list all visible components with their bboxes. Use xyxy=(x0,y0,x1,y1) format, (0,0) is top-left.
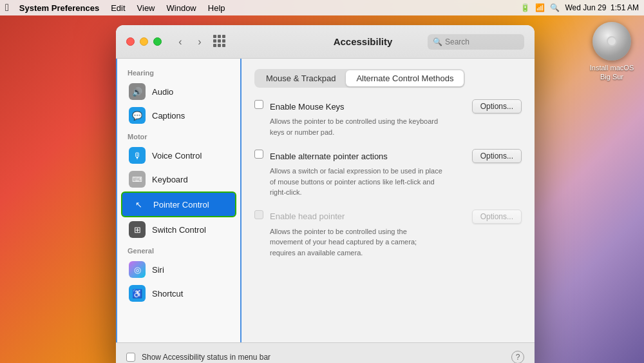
sidebar: Hearing 🔊 Audio 💬 Captions Motor 🎙 Voice… xyxy=(116,59,242,342)
sidebar-item-audio[interactable]: 🔊 Audio xyxy=(121,80,236,103)
menubar-view[interactable]: View xyxy=(132,2,160,14)
help-button[interactable]: ? xyxy=(511,351,524,364)
grid-dot xyxy=(222,35,225,38)
option-title-alternate-pointer: Enable alternate pointer actions xyxy=(270,152,388,161)
sidebar-item-label: Switch Control xyxy=(152,225,206,235)
menubar-right: 🔋 📶 🔍 Wed Jun 29 1:51 AM xyxy=(520,3,639,12)
option-title-mouse-keys: Enable Mouse Keys xyxy=(270,102,345,112)
grid-dot xyxy=(213,39,216,43)
menubar-window[interactable]: Window xyxy=(162,2,202,14)
sidebar-item-label: Captions xyxy=(152,111,185,121)
grid-dot xyxy=(213,35,216,38)
section-label-motor: Motor xyxy=(117,128,240,143)
sidebar-item-voicecontrol[interactable]: 🎙 Voice Control xyxy=(121,144,236,167)
menubar-help[interactable]: Help xyxy=(203,2,231,14)
option-row-mouse-keys: Enable Mouse Keys Options... Allows the … xyxy=(254,99,522,137)
menubar:  System Preferences Edit View Window He… xyxy=(0,0,644,15)
options-button-mouse-keys[interactable]: Options... xyxy=(472,99,522,113)
shortcut-icon: ♿ xyxy=(129,285,146,302)
grid-dot xyxy=(213,44,216,47)
menubar-wifi-icon: 📶 xyxy=(535,3,545,12)
option-title-row: Enable head pointer Options... xyxy=(270,210,522,224)
sidebar-item-siri[interactable]: ◎ Siri xyxy=(121,258,236,281)
option-row-head-pointer: Enable head pointer Options... Allows th… xyxy=(254,210,522,259)
sidebar-item-captions[interactable]: 💬 Captions xyxy=(121,104,236,127)
option-content-alternate-pointer: Enable alternate pointer actions Options… xyxy=(270,149,522,198)
section-label-hearing: Hearing xyxy=(117,64,240,79)
sidebar-item-label: Shortcut xyxy=(152,289,183,299)
search-icon: 🔍 xyxy=(433,37,442,46)
tab-mouse-trackpad[interactable]: Mouse & Trackpad xyxy=(256,70,346,86)
pointer-icon: ↖ xyxy=(130,196,147,213)
main-content: Mouse & Trackpad Alternate Control Metho… xyxy=(242,59,535,342)
dvd-label: Install macOS Big Sur xyxy=(586,63,638,82)
checkbox-head-pointer[interactable] xyxy=(254,210,263,219)
checkbox-alternate-pointer[interactable] xyxy=(254,150,263,159)
accessibility-window: ‹ › Accessibility 🔍 xyxy=(116,25,535,363)
forward-button[interactable]: › xyxy=(191,35,208,48)
traffic-lights xyxy=(126,37,162,46)
section-label-general: General xyxy=(117,242,240,257)
option-content-mouse-keys: Enable Mouse Keys Options... Allows the … xyxy=(270,99,522,137)
switchcontrol-icon: ⊞ xyxy=(129,221,146,238)
sidebar-item-keyboard[interactable]: ⌨ Keyboard xyxy=(121,168,236,191)
search-input[interactable] xyxy=(445,37,519,46)
desktop: Install macOS Big Sur ‹ › xyxy=(0,15,644,363)
sidebar-item-shortcut[interactable]: ♿ Shortcut xyxy=(121,282,236,305)
options-button-alternate-pointer[interactable]: Options... xyxy=(472,149,522,163)
tab-bar: Mouse & Trackpad Alternate Control Metho… xyxy=(254,69,465,88)
option-content-head-pointer: Enable head pointer Options... Allows th… xyxy=(270,210,522,259)
sidebar-item-label: Pointer Control xyxy=(153,200,209,210)
menubar-system-preferences[interactable]: System Preferences xyxy=(14,2,104,14)
option-desc-alternate-pointer: Allows a switch or facial expression to … xyxy=(270,166,522,198)
keyboard-icon: ⌨ xyxy=(129,171,146,188)
titlebar: ‹ › Accessibility 🔍 xyxy=(116,25,535,59)
sidebar-item-label: Voice Control xyxy=(152,151,202,161)
sidebar-item-pointercontrol[interactable]: ↖ Pointer Control xyxy=(121,191,236,217)
option-desc-head-pointer: Allows the pointer to be controlled usin… xyxy=(270,226,522,259)
checkbox-mouse-keys[interactable] xyxy=(254,100,263,109)
footer-label: Show Accessibility status in menu bar xyxy=(142,353,505,362)
audio-icon: 🔊 xyxy=(129,83,146,100)
grid-dot xyxy=(218,44,221,47)
grid-dot xyxy=(218,39,221,43)
menubar-search-icon[interactable]: 🔍 xyxy=(550,3,560,12)
menubar-date-time: Wed Jun 29 1:51 AM xyxy=(565,3,639,12)
option-title-row: Enable Mouse Keys Options... xyxy=(270,99,522,113)
menubar-battery-icon: 🔋 xyxy=(520,3,530,12)
dvd-disc-image xyxy=(592,22,631,61)
menubar-edit[interactable]: Edit xyxy=(106,2,130,14)
footer-checkbox[interactable] xyxy=(126,353,135,362)
siri-icon: ◎ xyxy=(129,261,146,278)
apple-menu[interactable]:  xyxy=(5,2,9,14)
sidebar-item-label: Audio xyxy=(152,87,173,97)
back-button[interactable]: ‹ xyxy=(172,35,189,48)
option-desc-mouse-keys: Allows the pointer to be controlled usin… xyxy=(270,116,522,137)
close-button[interactable] xyxy=(126,37,135,46)
options-button-head-pointer: Options... xyxy=(472,210,522,224)
sidebar-item-label: Siri xyxy=(152,265,164,275)
grid-dot xyxy=(222,39,225,43)
nav-buttons: ‹ › xyxy=(172,35,208,48)
tab-alternate-control[interactable]: Alternate Control Methods xyxy=(346,70,464,86)
dvd-installer-icon[interactable]: Install macOS Big Sur xyxy=(586,22,638,82)
window-body: Hearing 🔊 Audio 💬 Captions Motor 🎙 Voice… xyxy=(116,59,535,342)
window-footer: Show Accessibility status in menu bar ? xyxy=(116,342,535,363)
option-title-row: Enable alternate pointer actions Options… xyxy=(270,149,522,163)
grid-dot xyxy=(218,35,221,38)
search-box[interactable]: 🔍 xyxy=(428,34,524,50)
captions-icon: 💬 xyxy=(129,107,146,124)
grid-dot xyxy=(222,44,225,47)
option-row-alternate-pointer: Enable alternate pointer actions Options… xyxy=(254,149,522,198)
maximize-button[interactable] xyxy=(153,37,162,46)
grid-button[interactable] xyxy=(213,35,227,49)
voicecontrol-icon: 🎙 xyxy=(129,147,146,164)
minimize-button[interactable] xyxy=(140,37,148,46)
sidebar-item-switchcontrol[interactable]: ⊞ Switch Control xyxy=(121,218,236,241)
sidebar-item-label: Keyboard xyxy=(152,175,188,184)
option-title-head-pointer: Enable head pointer xyxy=(270,211,345,221)
